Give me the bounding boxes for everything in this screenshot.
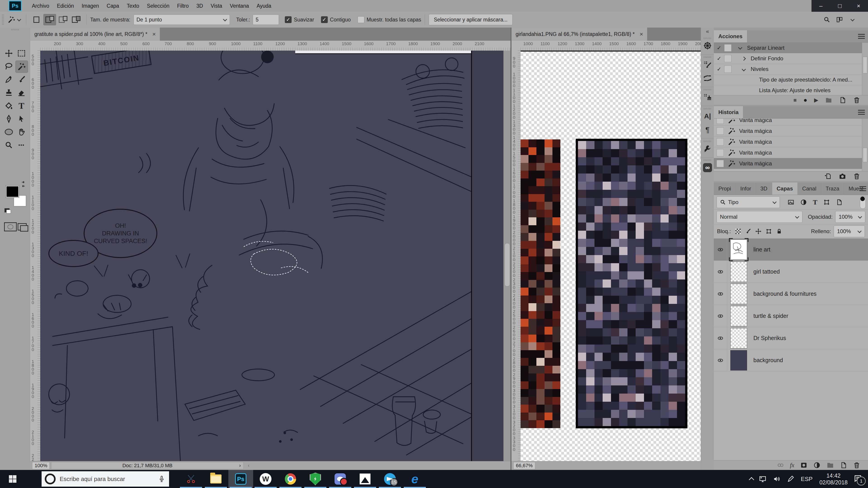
new-layer-icon[interactable] [840,462,847,469]
move-tool[interactable] [3,47,15,59]
menu-ayuda[interactable]: Ayuda [253,0,275,12]
navigator-panel-icon[interactable] [701,39,714,52]
layer-name[interactable]: background & fournitures [753,291,816,297]
layer-row[interactable]: Dr Spherikus [714,327,868,349]
filter-pixel-layers-icon[interactable] [787,199,794,205]
action-dialog-toggle[interactable] [724,44,732,52]
doc2-tab-close-icon[interactable]: × [640,31,643,38]
workspace-icon[interactable] [836,16,843,23]
doc2-canvas[interactable] [521,51,701,461]
menu-capa[interactable]: Capa [103,0,123,12]
lasso-tool[interactable] [3,61,15,72]
history-state-row[interactable]: Varita mágica [714,126,868,136]
layer-row[interactable]: girl tattoed [714,261,868,283]
volume-icon[interactable] [773,475,780,483]
new-doc-from-state-icon[interactable] [825,173,832,180]
collapse-panels-button[interactable]: « [701,28,714,35]
sample-size-dropdown[interactable]: De 1 punto [133,14,230,25]
marquee-tool[interactable] [16,47,28,59]
delete-action-icon[interactable] [853,96,860,104]
opacity-input[interactable]: 100% [835,211,865,223]
lock-position-icon[interactable] [755,228,762,234]
filter-type-layers-icon[interactable]: T [813,198,817,206]
scrollbar-thumb[interactable] [504,243,510,287]
layer-row[interactable]: turtle & spider [714,305,868,327]
selection-mode-add[interactable] [43,14,56,25]
fill-input[interactable]: 100% [834,225,865,237]
taskbar-chrome[interactable] [278,470,303,488]
layer-style-fx-icon[interactable]: fx [790,462,795,469]
start-button[interactable] [8,475,17,484]
layer-name[interactable]: line art [753,246,770,253]
doc1-tab[interactable]: gratitute a spider.psd al 100% (line art… [30,28,160,41]
muestrear-capas-checkbox[interactable]: ✓ [358,16,364,23]
doc2-tab[interactable]: girlandahia1.PNG al 66,7% (instapalette1… [512,28,647,41]
lock-pixels-icon[interactable] [745,228,751,234]
search-icon[interactable] [824,16,830,23]
menu-filtro[interactable]: Filtro [174,0,193,12]
layer-thumbnail[interactable] [730,350,747,370]
default-colors-icon[interactable] [4,208,9,213]
taskbar-photoshop[interactable]: Ps [228,470,253,488]
taskbar-file-explorer[interactable] [204,470,228,488]
quick-mask-button[interactable] [4,222,17,231]
language-indicator[interactable]: ESP [801,476,813,483]
minimize-button[interactable]: – [811,0,830,12]
hand-tool[interactable] [16,126,28,138]
maximize-button[interactable]: □ [830,0,849,12]
history-source-checkbox[interactable] [717,149,724,156]
layer-row[interactable]: background & fournitures [714,283,868,305]
chevron-right-icon[interactable] [742,57,746,61]
layer-row[interactable]: line art [714,238,868,261]
history-source-checkbox[interactable] [717,119,724,124]
layer-thumbnail[interactable] [730,262,747,282]
lock-transparency-icon[interactable] [735,229,741,234]
layer-name[interactable]: turtle & spider [753,313,788,319]
menu-ventana[interactable]: Ventana [226,0,253,12]
tab-propiedades[interactable]: Propi [714,183,736,195]
taskbar-telegram[interactable]: 15 [377,470,402,488]
contiguo-checkbox[interactable]: ✓ [321,16,328,23]
menu-3d[interactable]: 3D [193,0,207,12]
capas-menu-icon[interactable] [860,186,866,191]
doc1-canvas[interactable]: BITCOIN OH! DRAWING IN CURVED SPACES! KI… [40,51,504,461]
filter-adjustment-layers-icon[interactable] [800,199,807,205]
action-row[interactable]: ✓ Niveles [714,64,868,74]
brush-settings-panel-icon[interactable] [701,58,714,71]
microphone-icon[interactable] [158,475,165,483]
layer-visibility-toggle[interactable] [714,349,727,371]
scrollbar-thumb[interactable] [863,57,867,73]
layer-visibility-toggle[interactable] [714,327,727,349]
screen-mode-button[interactable] [18,223,27,230]
swap-colors-icon[interactable] [20,181,27,188]
tray-expand-icon[interactable] [749,477,754,482]
filter-smart-objects-icon[interactable] [836,199,843,205]
paint-bucket-tool[interactable] [3,100,15,111]
taskbar-discord[interactable] [328,470,352,488]
brushes-panel-icon[interactable] [701,72,714,85]
layer-name[interactable]: background [753,357,783,363]
layer-filter-dropdown[interactable]: Tipo [717,196,780,208]
menu-texto[interactable]: Texto [123,0,143,12]
suavizar-checkbox[interactable]: ✓ [285,16,291,23]
status-collapse-icon[interactable]: ‹ [248,463,249,468]
path-select-tool[interactable] [16,113,28,125]
tab-acciones[interactable]: Acciones [714,30,747,42]
paragraph-panel-icon[interactable]: ¶ [701,123,714,136]
foreground-color-swatch[interactable] [6,186,19,197]
layer-filter-toggle[interactable] [860,196,866,209]
add-layer-mask-icon[interactable] [800,462,807,469]
new-set-folder-icon[interactable] [825,96,832,104]
history-state-row[interactable]: Varita mágica [714,119,868,126]
taskbar-photos[interactable] [352,470,377,488]
taskbar-snipping-tool[interactable] [179,470,204,488]
layer-thumbnail[interactable] [730,239,747,260]
action-enabled-check[interactable]: ✓ [714,66,724,72]
pen-settings-icon[interactable] [787,475,795,483]
action-dialog-toggle[interactable] [724,66,732,73]
history-source-checkbox[interactable] [717,138,724,145]
network-icon[interactable] [759,475,767,483]
tab-trazados[interactable]: Traza [821,183,844,195]
play-icon[interactable]: ▶ [814,97,818,103]
delete-state-icon[interactable] [853,173,860,180]
